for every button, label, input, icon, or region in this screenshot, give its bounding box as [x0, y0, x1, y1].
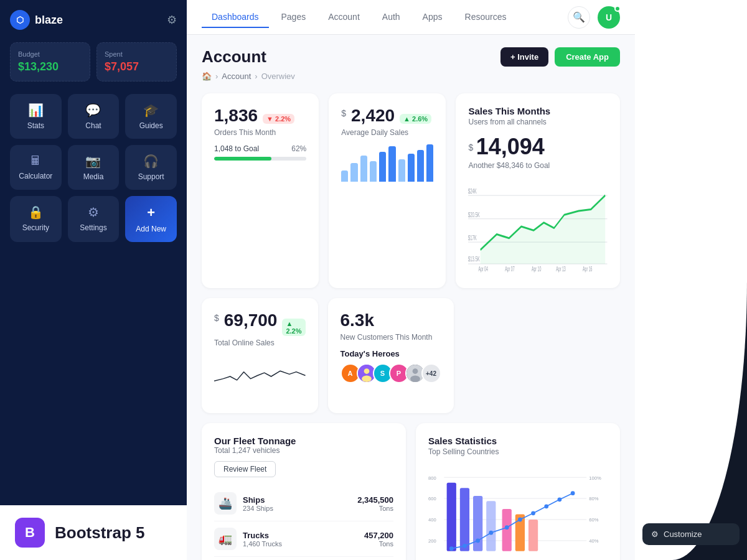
svg-point-43	[505, 525, 509, 530]
budget-value: $13,230	[18, 60, 82, 73]
spent-value: $7,057	[105, 60, 169, 73]
tab-apps[interactable]: Apps	[413, 7, 453, 28]
tab-auth[interactable]: Auth	[372, 7, 410, 28]
guides-icon: 🎓	[143, 103, 159, 118]
sidebar-item-support[interactable]: 🎧 Support	[125, 145, 177, 190]
breadcrumb-home[interactable]: 🏠	[202, 72, 212, 81]
svg-text:40%: 40%	[589, 538, 598, 544]
stats-icon: 📊	[28, 103, 44, 118]
progress-bar-bg	[214, 157, 306, 161]
svg-rect-38	[529, 520, 538, 551]
trucks-name: Trucks	[243, 531, 282, 540]
top-nav-right: 🔍 U	[568, 6, 620, 29]
ships-count: 234 Ships	[243, 505, 273, 512]
svg-point-18	[412, 368, 418, 374]
sales-big-number: 14,094	[476, 134, 545, 159]
sidebar-item-chat[interactable]: 💬 Chat	[68, 94, 120, 139]
svg-point-39	[449, 546, 454, 551]
svg-point-19	[410, 376, 420, 383]
sidebar-item-calculator[interactable]: 🖩 Calculator	[10, 145, 62, 190]
tab-resources[interactable]: Resources	[455, 7, 517, 28]
security-icon: 🔒	[28, 205, 44, 220]
bar-10	[426, 144, 433, 182]
svg-rect-33	[460, 488, 469, 551]
add-icon: +	[147, 205, 155, 221]
fleet-item-planes: ✈ Planes 8 Aircrafts 1,240 Tons	[214, 557, 393, 560]
breadcrumb-account[interactable]: Account	[222, 72, 251, 81]
bar-1	[341, 170, 348, 182]
sales-stats-sub: Top Selling Countries	[428, 447, 608, 456]
svg-point-16	[362, 376, 372, 383]
sidebar-item-guides[interactable]: 🎓 Guides	[125, 94, 177, 139]
bar-8	[408, 154, 415, 182]
customize-button[interactable]: ⚙ Customize	[642, 523, 740, 545]
bar-9	[417, 150, 424, 182]
sales-month-title: Sales This Months	[468, 106, 608, 116]
avatar[interactable]: U	[598, 6, 620, 29]
sales-this-month-card: Sales This Months Users from all channel…	[456, 93, 620, 288]
sales-stats-title: Sales Statistics	[428, 436, 608, 446]
wavy-chart	[214, 355, 306, 398]
orders-card: 1,836 ▼ 2.2% Orders This Month 1,048 to …	[202, 93, 319, 288]
tab-dashboards[interactable]: Dashboards	[202, 7, 269, 28]
fleet-item-left-trucks: 🚛 Trucks 1,460 Trucks	[214, 528, 282, 550]
daily-sales-value: 2,420	[351, 106, 395, 126]
sidebar-item-media[interactable]: 📷 Media	[68, 145, 120, 190]
svg-rect-32	[447, 483, 456, 551]
tab-pages[interactable]: Pages	[271, 7, 316, 28]
guides-label: Guides	[139, 121, 163, 130]
sidebar-item-stats[interactable]: 📊 Stats	[10, 94, 62, 139]
online-sales-value: 69,700	[224, 310, 278, 330]
breadcrumb: 🏠 › Account › Overwiev	[202, 72, 620, 81]
sales-line-chart: $24K $20.5K $17K $13.5K Apr 04 Apr 07 Ap…	[468, 180, 608, 273]
nav-tabs: Dashboards Pages Account Auth Apps Resou…	[202, 7, 516, 28]
svg-point-45	[531, 511, 535, 515]
trucks-icon: 🚛	[214, 528, 237, 550]
sales-stats-card: Sales Statistics Top Selling Countries 8…	[416, 423, 620, 560]
fleet-right-trucks: 457,200 Tons	[364, 531, 393, 548]
avatar-status-dot	[614, 6, 621, 12]
svg-text:$20.5K: $20.5K	[468, 211, 480, 219]
security-label: Security	[22, 223, 49, 232]
fleet-sub: Total 1,247 vehicles	[214, 446, 393, 455]
svg-text:400: 400	[428, 517, 436, 523]
progress-pct: 62%	[291, 144, 306, 153]
svg-text:80%: 80%	[589, 497, 598, 502]
sidebar-item-settings[interactable]: ⚙ Settings	[68, 196, 120, 242]
svg-text:600: 600	[428, 497, 436, 502]
fleet-item-left-ships: 🚢 Ships 234 Ships	[214, 492, 273, 515]
bar-6	[388, 146, 395, 182]
orders-value: 1,836	[214, 106, 258, 126]
svg-text:200: 200	[428, 538, 436, 544]
svg-marker-8	[481, 195, 606, 264]
stats-label: Stats	[27, 121, 44, 130]
heroes-label: Today's Heroes	[341, 349, 441, 358]
online-sales-badge: ▲ 2.2%	[282, 319, 305, 336]
sales-month-sub: Users from all channels	[468, 118, 608, 126]
page-header: Account + Invite Create App	[202, 47, 620, 67]
search-button[interactable]: 🔍	[568, 6, 590, 29]
svg-point-15	[364, 368, 369, 374]
chat-icon: 💬	[85, 103, 101, 118]
sidebar-header: ⬡ blaze ⚙	[10, 10, 177, 30]
create-app-button[interactable]: Create App	[555, 47, 620, 67]
sidebar-item-add-new[interactable]: + Add New	[125, 196, 177, 242]
logo-text: blaze	[35, 14, 63, 27]
tab-account[interactable]: Account	[318, 7, 370, 28]
bar-2	[350, 163, 357, 182]
top-nav: Dashboards Pages Account Auth Apps Resou…	[187, 0, 635, 35]
ships-name: Ships	[243, 495, 273, 505]
svg-text:$24K: $24K	[468, 187, 477, 195]
ships-icon: 🚢	[214, 492, 237, 515]
bar-5	[379, 152, 386, 182]
svg-text:Apr 07: Apr 07	[505, 266, 515, 273]
gear-icon[interactable]: ⚙	[167, 13, 177, 27]
chat-label: Chat	[85, 121, 101, 130]
support-icon: 🎧	[143, 154, 159, 169]
svg-text:Apr 16: Apr 16	[583, 266, 593, 273]
sidebar-item-security[interactable]: 🔒 Security	[10, 196, 62, 242]
invite-button[interactable]: + Invite	[500, 47, 548, 67]
customize-icon: ⚙	[651, 530, 659, 539]
review-fleet-button[interactable]: Review Fleet	[214, 461, 276, 477]
bootstrap-icon: B	[15, 518, 45, 548]
